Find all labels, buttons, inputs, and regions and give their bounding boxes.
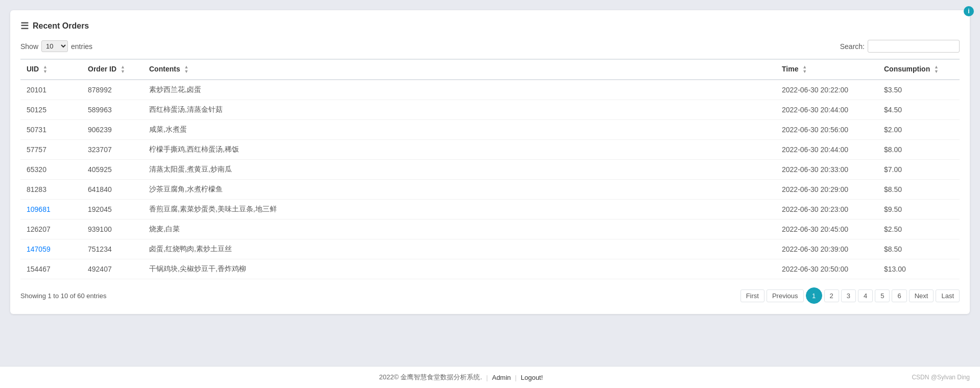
pagination: First Previous 1 2 3 4 5 6 Next Last xyxy=(740,287,960,304)
cell-uid: 81283 xyxy=(20,180,82,200)
cell-contents: 咸菜,水煮蛋 xyxy=(143,120,776,140)
cell-order-id: 878992 xyxy=(82,80,143,100)
cell-contents: 柠檬手撕鸡,西红柿蛋汤,稀饭 xyxy=(143,140,776,160)
footer-separator2: | xyxy=(515,374,516,381)
col-header-time[interactable]: Time ▲▼ xyxy=(776,59,878,80)
cell-time: 2022-06-30 20:45:00 xyxy=(776,220,878,239)
cell-order-id: 939100 xyxy=(82,220,143,239)
sort-icon-contents: ▲▼ xyxy=(184,65,189,74)
cell-uid: 20101 xyxy=(20,80,82,100)
show-entries-control: Show 10 25 50 100 entries xyxy=(20,40,92,52)
entries-per-page-select[interactable]: 10 25 50 100 xyxy=(41,40,68,52)
cell-time: 2022-06-30 20:44:00 xyxy=(776,140,878,160)
page-1-button[interactable]: 1 xyxy=(806,287,822,304)
next-page-button[interactable]: Next xyxy=(909,289,934,302)
cell-consumption: $9.50 xyxy=(878,200,960,220)
cell-order-id: 405925 xyxy=(82,160,143,180)
previous-page-button[interactable]: Previous xyxy=(767,289,804,302)
cell-order-id: 589963 xyxy=(82,100,143,120)
cell-time: 2022-06-30 20:44:00 xyxy=(776,100,878,120)
page-3-button[interactable]: 3 xyxy=(841,289,856,302)
cell-contents: 沙茶豆腐角,水煮柠檬鱼 xyxy=(143,180,776,200)
cell-consumption: $8.50 xyxy=(878,239,960,259)
cell-order-id: 192045 xyxy=(82,200,143,220)
table-row: 81283641840沙茶豆腐角,水煮柠檬鱼2022-06-30 20:29:0… xyxy=(20,180,960,200)
cell-contents: 烧麦,白菜 xyxy=(143,220,776,239)
table-row: 65320405925清蒸太阳蛋,煮黄豆,炒南瓜2022-06-30 20:33… xyxy=(20,160,960,180)
col-header-consumption[interactable]: Consumption ▲▼ xyxy=(878,59,960,80)
cell-consumption: $3.50 xyxy=(878,80,960,100)
cell-consumption: $4.50 xyxy=(878,100,960,120)
cell-contents: 西红柿蛋汤,清蒸金针菇 xyxy=(143,100,776,120)
table-row: 147059751234卤蛋,红烧鸭肉,素炒土豆丝2022-06-30 20:3… xyxy=(20,239,960,259)
list-icon: ☰ xyxy=(20,20,29,32)
footer-admin-link[interactable]: Admin xyxy=(492,374,511,381)
cell-contents: 素炒西兰花,卤蛋 xyxy=(143,80,776,100)
search-input[interactable] xyxy=(868,40,960,53)
cell-contents: 干锅鸡块,尖椒炒豆干,香炸鸡柳 xyxy=(143,259,776,279)
footer-copyright: 2022© 金鹰智慧食堂数据分析系统. xyxy=(379,373,482,382)
cell-contents: 卤蛋,红烧鸭肉,素炒土豆丝 xyxy=(143,239,776,259)
search-control: Search: xyxy=(840,40,960,53)
search-label: Search: xyxy=(840,42,865,51)
cell-uid[interactable]: 109681 xyxy=(20,200,82,220)
cell-order-id: 492407 xyxy=(82,259,143,279)
cell-consumption: $2.50 xyxy=(878,220,960,239)
cell-uid[interactable]: 147059 xyxy=(20,239,82,259)
page-2-button[interactable]: 2 xyxy=(824,289,839,302)
showing-entries-text: Showing 1 to 10 of 60 entries xyxy=(20,292,106,300)
footer-separator1: | xyxy=(486,374,488,381)
cell-time: 2022-06-30 20:56:00 xyxy=(776,120,878,140)
orders-table: UID ▲▼ Order ID ▲▼ Contents ▲▼ Time ▲▼ xyxy=(20,59,960,279)
cell-time: 2022-06-30 20:29:00 xyxy=(776,180,878,200)
cell-time: 2022-06-30 20:23:00 xyxy=(776,200,878,220)
footer-center: 2022© 金鹰智慧食堂数据分析系统. | Admin | Logout! xyxy=(379,373,543,382)
show-label: Show xyxy=(20,42,38,51)
info-badge: i xyxy=(964,6,974,16)
footer: 2022© 金鹰智慧食堂数据分析系统. | Admin | Logout! CS… xyxy=(0,366,980,388)
cell-consumption: $8.50 xyxy=(878,180,960,200)
cell-time: 2022-06-30 20:33:00 xyxy=(776,160,878,180)
cell-consumption: $2.00 xyxy=(878,120,960,140)
page-4-button[interactable]: 4 xyxy=(858,289,873,302)
cell-uid: 65320 xyxy=(20,160,82,180)
entries-label: entries xyxy=(71,42,92,51)
table-controls: Show 10 25 50 100 entries Search: xyxy=(20,40,960,53)
table-header: UID ▲▼ Order ID ▲▼ Contents ▲▼ Time ▲▼ xyxy=(20,59,960,80)
sort-icon-time: ▲▼ xyxy=(802,65,807,74)
table-row: 50731906239咸菜,水煮蛋2022-06-30 20:56:00$2.0… xyxy=(20,120,960,140)
cell-order-id: 641840 xyxy=(82,180,143,200)
recent-orders-card: i ☰ Recent Orders Show 10 25 50 100 entr… xyxy=(10,10,970,314)
card-header: ☰ Recent Orders xyxy=(20,20,960,32)
cell-consumption: $8.00 xyxy=(878,140,960,160)
table-footer: Showing 1 to 10 of 60 entries First Prev… xyxy=(20,287,960,304)
table-row: 154467492407干锅鸡块,尖椒炒豆干,香炸鸡柳2022-06-30 20… xyxy=(20,259,960,279)
page-6-button[interactable]: 6 xyxy=(892,289,906,302)
footer-right: CSDN @Sylvan Ding xyxy=(912,374,970,381)
sort-icon-orderid: ▲▼ xyxy=(121,65,125,74)
table-row: 109681192045香煎豆腐,素菜炒蛋类,美味土豆条,地三鲜2022-06-… xyxy=(20,200,960,220)
cell-consumption: $7.00 xyxy=(878,160,960,180)
cell-time: 2022-06-30 20:22:00 xyxy=(776,80,878,100)
cell-uid: 126207 xyxy=(20,220,82,239)
col-header-contents[interactable]: Contents ▲▼ xyxy=(143,59,776,80)
sort-icon-uid: ▲▼ xyxy=(43,65,47,74)
table-body: 20101878992素炒西兰花,卤蛋2022-06-30 20:22:00$3… xyxy=(20,80,960,279)
page-5-button[interactable]: 5 xyxy=(875,289,890,302)
first-page-button[interactable]: First xyxy=(740,289,764,302)
cell-uid: 50125 xyxy=(20,100,82,120)
last-page-button[interactable]: Last xyxy=(936,289,960,302)
table-row: 126207939100烧麦,白菜2022-06-30 20:45:00$2.5… xyxy=(20,220,960,239)
cell-order-id: 906239 xyxy=(82,120,143,140)
sort-icon-consumption: ▲▼ xyxy=(934,65,939,74)
col-header-uid[interactable]: UID ▲▼ xyxy=(20,59,82,80)
cell-order-id: 751234 xyxy=(82,239,143,259)
cell-time: 2022-06-30 20:39:00 xyxy=(776,239,878,259)
footer-logout-link[interactable]: Logout! xyxy=(521,374,543,381)
cell-contents: 香煎豆腐,素菜炒蛋类,美味土豆条,地三鲜 xyxy=(143,200,776,220)
cell-uid: 154467 xyxy=(20,259,82,279)
cell-uid: 57757 xyxy=(20,140,82,160)
col-header-orderid[interactable]: Order ID ▲▼ xyxy=(82,59,143,80)
cell-order-id: 323707 xyxy=(82,140,143,160)
cell-contents: 清蒸太阳蛋,煮黄豆,炒南瓜 xyxy=(143,160,776,180)
